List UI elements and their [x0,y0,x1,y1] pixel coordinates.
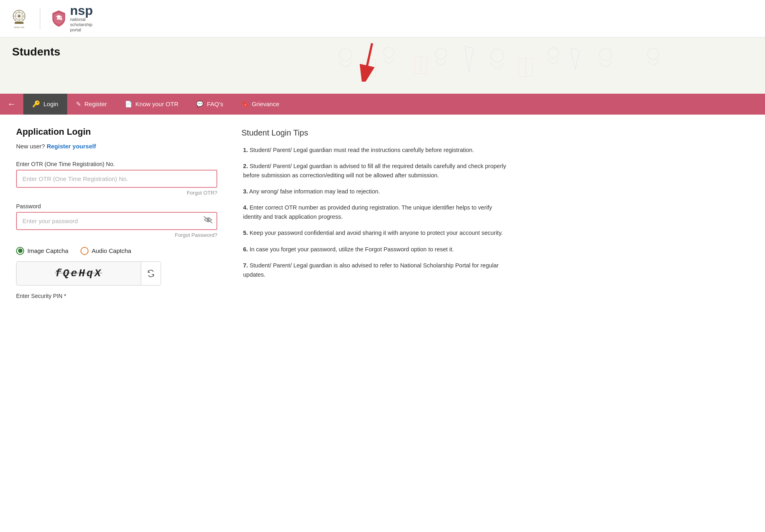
nav-item-faqs[interactable]: 💬 FAQ's [187,94,232,115]
image-captcha-option[interactable]: Image Captcha [16,247,68,255]
otr-label: Enter OTR (One Time Registration) No. [16,161,217,167]
svg-rect-7 [15,22,24,24]
forgot-password-link[interactable]: Forgot Password? [16,232,217,238]
svg-text:सत्यमेव जयते: सत्यमेव जयते [14,27,24,29]
logo-area: सत्यमेव जयते nsp national scholarship po… [8,4,93,33]
toggle-password-visibility-button[interactable] [204,216,212,226]
otr-input[interactable] [16,170,217,188]
audio-captcha-option[interactable]: Audio Captcha [80,247,131,255]
nav-grievance-label: Grievance [252,101,279,107]
register-icon: ✎ [76,101,81,108]
tip-item-3: 3. Any wrong/ false information may lead… [241,187,507,196]
tips-list: 1. Student/ Parent/ Legal guardian must … [241,146,507,279]
site-header: सत्यमेव जयते nsp national scholarship po… [0,0,765,37]
header-divider [40,7,40,29]
captcha-options-group: Image Captcha Audio Captcha [16,247,217,255]
captcha-refresh-button[interactable] [141,262,161,285]
captcha-image-area: fQeHqX [16,262,141,285]
main-content: Application Login New user? Register you… [0,115,523,311]
tip-item-5: 5. Keep your password confidential and a… [241,228,507,237]
svg-rect-12 [57,17,61,19]
audio-captcha-radio[interactable] [80,247,89,255]
tip-item-2: 2. Student/ Parent/ Legal guardian is ad… [241,162,507,180]
know-otr-icon: 📄 [125,101,132,108]
nav-know-otr-label: Know your OTR [136,101,179,107]
password-input[interactable] [16,212,217,230]
tip-item-4: 4. Enter correct OTR number as provided … [241,203,507,221]
nsp-subtitle-label: national scholarship portal [70,17,93,33]
password-field-group: Password Forgot Password? [16,203,217,238]
nav-login-label: Login [43,101,58,107]
india-emblem-icon: सत्यमेव जयते [8,7,30,29]
nav-faqs-label: FAQ's [207,101,223,107]
login-form-panel: Application Login New user? Register you… [16,127,217,299]
security-pin-label: Enter Security PIN * [16,293,217,299]
refresh-icon [147,269,155,277]
tips-panel: Student Login Tips 1. Student/ Parent/ L… [241,127,507,299]
password-input-wrapper [16,212,217,230]
nsp-logo: nsp national scholarship portal [50,4,93,33]
faqs-icon: 💬 [196,101,204,108]
captcha-box: fQeHqX [16,261,161,286]
login-icon: 🔑 [32,100,40,108]
form-title: Application Login [16,127,217,137]
password-label: Password [16,203,217,210]
tip-item-1: 1. Student/ Parent/ Legal guardian must … [241,146,507,154]
nsp-text-block: nsp national scholarship portal [70,4,93,33]
grievance-icon: 🔖 [241,101,249,108]
eye-hidden-icon [204,216,212,224]
captcha-value-text: fQeHqX [55,267,103,279]
nsp-acronym-label: nsp [70,4,93,17]
nav-register-label: Register [85,101,107,107]
svg-line-33 [365,43,372,76]
otr-input-wrapper [16,170,217,188]
tip-item-7: 7. Student/ Parent/ Legal guardian is al… [241,261,507,279]
svg-point-11 [60,18,62,20]
banner-title: Students [12,45,753,58]
register-link[interactable]: Register yourself [47,143,96,150]
nsp-shield-icon [50,10,68,27]
image-captcha-radio[interactable] [16,247,24,255]
red-arrow-indicator [351,41,383,82]
radio-selected-indicator [18,249,23,253]
main-navigation: ← 🔑 Login ✎ Register 📄 Know your OTR 💬 F… [0,94,765,115]
image-captcha-label: Image Captcha [27,247,68,254]
forgot-otr-link[interactable]: Forgot OTR? [16,190,217,196]
nav-item-know-otr[interactable]: 📄 Know your OTR [116,94,188,115]
tip-item-6: 6. In case you forget your password, uti… [241,245,507,254]
tips-title: Student Login Tips [241,128,507,138]
nav-back-button[interactable]: ← [0,94,23,115]
otr-field-group: Enter OTR (One Time Registration) No. Fo… [16,161,217,196]
nav-item-login[interactable]: 🔑 Login [23,94,67,115]
banner-section: Students [0,37,765,94]
nav-item-grievance[interactable]: 🔖 Grievance [232,94,288,115]
nav-item-register[interactable]: ✎ Register [67,94,116,115]
audio-captcha-label: Audio Captcha [92,247,131,254]
new-user-prompt: New user? Register yourself [16,143,217,150]
